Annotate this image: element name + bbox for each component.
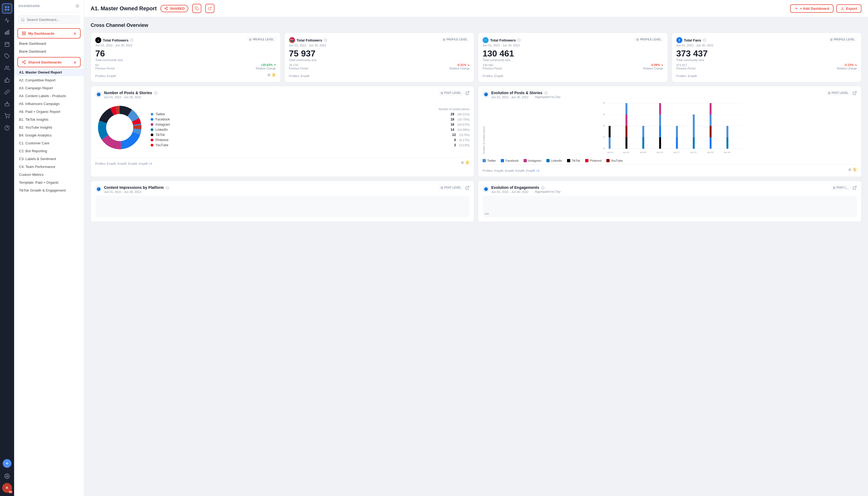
profile-icon (443, 38, 445, 41)
nav-icon-cart[interactable] (2, 111, 12, 121)
post-level-icon3 (440, 186, 443, 189)
svg-rect-50 (250, 40, 251, 41)
sidebar-item-c3[interactable]: C3. Labels & Sentiment (14, 155, 84, 163)
sidebar-item-c4[interactable]: C4. Team Performance (14, 163, 84, 171)
svg-line-38 (166, 7, 167, 8)
sidebar-item-a4[interactable]: A4. Content Labels - Products (14, 92, 84, 100)
page-title: A1. Master Owned Report (91, 5, 157, 12)
nav-icon-chart[interactable] (2, 15, 12, 26)
nav-icon-thumbs[interactable] (2, 75, 12, 85)
svg-rect-3 (7, 9, 9, 11)
chart-platform-icon: 🔵 (95, 91, 102, 98)
svg-rect-28 (24, 34, 26, 35)
sidebar-item-c1[interactable]: C1. Customer Care (14, 139, 84, 147)
sidebar-item-tiktok[interactable]: TikTok Growth & Engagement (14, 186, 84, 194)
my-dashboards-section[interactable]: My Dashboards ∧ (17, 28, 81, 38)
nav-icon-settings[interactable] (2, 471, 12, 481)
settings-badge[interactable]: ⚙1 (267, 73, 276, 77)
svg-rect-0 (5, 6, 7, 8)
chart-card-donut: 🔵 Number of Posts & Stories Jun 01, 2022… (91, 86, 474, 177)
svg-line-33 (24, 61, 25, 62)
shared-dashboards-list: A1. Master Owned Report A2. Competitive … (14, 68, 84, 194)
search-input[interactable] (18, 15, 80, 24)
legend-row-pinterest: Pinterest 4 (4.17%) (151, 138, 469, 142)
svg-rect-27 (22, 34, 24, 35)
sidebar-item-b4[interactable]: B4. Google Analytics (14, 131, 84, 139)
copy-button[interactable] (192, 4, 201, 13)
svg-rect-122 (710, 103, 712, 114)
svg-text:Jun 13: Jun 13 (656, 151, 663, 154)
nav-icon-bar[interactable] (2, 27, 12, 37)
metric-card-facebook: f Total Fans Jun 01, 2022 - Jun 30, 2022… (672, 33, 862, 82)
svg-rect-123 (710, 114, 712, 126)
chart-platform-icon2: 🔵 (483, 91, 489, 98)
external-link-button[interactable] (205, 4, 214, 13)
sidebar-item-a1[interactable]: A1. Master Owned Report (14, 68, 84, 76)
nav-icon-bot[interactable] (2, 99, 12, 109)
sidebar-item-blank1[interactable]: Blank Dashboard (14, 40, 84, 47)
export-button[interactable]: Export (836, 4, 862, 13)
nav-icon-link[interactable] (2, 87, 12, 97)
profiles-more[interactable]: +3 (149, 162, 152, 165)
svg-rect-70 (830, 40, 831, 41)
sidebar-item-b2[interactable]: B2. YouTube Insights (14, 123, 84, 131)
user-avatar[interactable]: K 81 (2, 483, 12, 493)
svg-text:Jun 21: Jun 21 (690, 151, 697, 154)
svg-rect-54 (443, 38, 444, 39)
export-impressions-icon[interactable] (465, 186, 469, 190)
sidebar-header: DASHBOARD (14, 0, 84, 12)
export-engagements-icon[interactable] (853, 186, 857, 190)
sidebar-item-a2[interactable]: A2. Competitive Report (14, 76, 84, 84)
svg-point-30 (22, 62, 24, 63)
svg-line-151 (854, 186, 856, 188)
svg-rect-1 (7, 6, 9, 8)
profile-level-badge: PROFILE LEVEL (634, 37, 663, 42)
metric-cards-row: ♪ Total Followers Jun 01, 2022 - Jun 30,… (91, 33, 862, 82)
nav-icon-users[interactable] (2, 63, 12, 73)
content-area: Cross Channel Overview ♪ Total Followers… (84, 17, 868, 496)
sidebar-item-template[interactable]: Template: Paid + Organic (14, 179, 84, 186)
profile-level-badge: PROFILE LEVEL (828, 37, 857, 42)
sidebar-item-b1[interactable]: B1. TikTok Insights (14, 115, 84, 123)
chart-settings-badge2[interactable]: ⚙1 (848, 167, 857, 172)
svg-rect-56 (443, 40, 444, 41)
svg-rect-75 (441, 92, 441, 93)
profiles-more2[interactable]: +3 (536, 169, 539, 172)
top-bar: A1. Master Owned Report SHARED + Add Das… (84, 0, 868, 17)
sidebar-item-a6[interactable]: A6. Paid + Organic Report (14, 108, 84, 115)
sidebar-item-a5[interactable]: A5. Influencers Campaign (14, 100, 84, 108)
sidebar-item-a3[interactable]: A3. Campaign Report (14, 84, 84, 92)
facebook-platform-icon: f (676, 37, 682, 43)
add-dashboard-button[interactable]: + Add Dashboard (790, 4, 834, 13)
svg-rect-108 (626, 103, 627, 114)
export-bar-chart-icon[interactable] (853, 91, 857, 95)
nav-icon-grid[interactable] (2, 3, 12, 14)
svg-rect-49 (249, 40, 250, 41)
metric-card-instagram: 📷 Total Followers Jun 01, 2022 - Jun 30,… (284, 33, 475, 82)
info-icon (544, 91, 548, 95)
svg-point-18 (9, 118, 9, 118)
info-icon (324, 38, 327, 42)
svg-rect-13 (5, 104, 9, 106)
svg-rect-111 (626, 137, 627, 149)
nav-icon-calendar[interactable] (2, 39, 12, 49)
sidebar-item-custom-metrics[interactable]: Custom Metrics (14, 171, 84, 179)
svg-rect-61 (636, 38, 637, 39)
nav-icon-help[interactable] (2, 123, 12, 133)
add-button[interactable]: + (3, 459, 11, 468)
svg-text:6: 6 (603, 113, 605, 115)
svg-rect-6 (8, 30, 9, 34)
svg-text:Jun 17: Jun 17 (673, 151, 680, 154)
svg-point-34 (167, 7, 168, 8)
menu-collapse-icon[interactable] (75, 4, 79, 8)
nav-icon-tag[interactable] (2, 51, 12, 61)
export-chart-icon[interactable] (465, 91, 469, 95)
donut-svg (95, 103, 144, 153)
sidebar-item-c2[interactable]: C2. Bot Reporting (14, 147, 84, 155)
chart-settings-badge[interactable]: ⚙1 (461, 160, 469, 165)
legend-row-tiktok: TikTok 12 (12.5%) (151, 133, 469, 137)
shared-badge[interactable]: SHARED (160, 5, 188, 12)
copy-icon (195, 6, 199, 10)
sidebar-item-blank2[interactable]: Blank Dashboard (14, 47, 84, 55)
shared-dashboards-section[interactable]: Shared Dashboards ∧ (17, 57, 81, 67)
